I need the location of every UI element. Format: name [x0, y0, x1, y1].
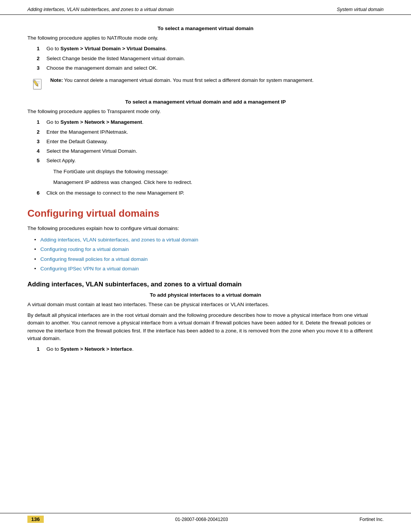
subsection-step1-list: 1 Go to System > Network > Interface.: [27, 345, 384, 353]
subsection-para1: A virtual domain must contain at least t…: [27, 301, 384, 308]
page-number: 136: [27, 516, 44, 523]
section2-intro: The following procedure applies to Trans…: [27, 108, 384, 115]
list-item: 3 Choose the management domain and selec…: [27, 64, 384, 72]
chapter-title: Configuring virtual domains: [27, 208, 384, 219]
list-item: Configuring IPSec VPN for a virtual doma…: [34, 265, 384, 273]
list-item: 4 Select the Management Virtual Domain.: [27, 147, 384, 155]
section2-steps: 1 Go to System > Network > Management. 2…: [27, 118, 384, 165]
list-item: 5 Select Apply.: [27, 157, 384, 165]
list-item: 3 Enter the Default Gateway.: [27, 138, 384, 145]
list-item: 2 Select Change beside the listed Manage…: [27, 55, 384, 62]
link-configuring-routing[interactable]: Configuring routing for a virtual domain: [40, 246, 129, 252]
list-item: 2 Enter the Management IP/Netmask.: [27, 128, 384, 136]
section2-para2: Management IP address was changed. Click…: [53, 179, 384, 186]
note-text: Note: You cannot delete a management vir…: [50, 77, 314, 84]
pencil-note-icon: [30, 77, 45, 92]
section2-heading: To select a management virtual domain an…: [27, 99, 384, 105]
subsection-title: Adding interfaces, VLAN subinterfaces, a…: [27, 281, 384, 288]
page: Adding interfaces, VLAN subinterfaces, a…: [0, 0, 411, 532]
link-configuring-ipsec[interactable]: Configuring IPSec VPN for a virtual doma…: [40, 266, 139, 272]
subsection-para2: By default all physical interfaces are i…: [27, 312, 384, 342]
note-content: You cannot delete a management virtual d…: [64, 77, 314, 83]
list-item: 6 Click on the message to connect to the…: [27, 189, 384, 197]
procedure-heading: To add physical interfaces to a virtual …: [27, 292, 384, 298]
section2-para1: The FortiGate unit displays the followin…: [53, 168, 384, 176]
s2-step1-bold: System > Network > Management: [61, 119, 142, 125]
section1-intro: The following procedure applies to NAT/R…: [27, 34, 384, 42]
header-right: System virtual domain: [337, 7, 384, 12]
company-name: Fortinet Inc.: [360, 517, 384, 522]
page-header: Adding interfaces, VLAN subinterfaces, a…: [0, 0, 411, 15]
step1-bold: System > Virtual Domain > Virtual Domain…: [61, 46, 166, 51]
list-item: 1 Go to System > Virtual Domain > Virtua…: [27, 45, 384, 53]
page-footer: 136 01-28007-0068-20041203 Fortinet Inc.: [0, 513, 411, 523]
sub-step1-bold: System > Network > Interface: [61, 346, 132, 352]
chapter-links-list: Adding interfaces, VLAN subinterfaces, a…: [34, 236, 384, 273]
header-left: Adding interfaces, VLAN subinterfaces, a…: [27, 7, 174, 12]
list-item: 1 Go to System > Network > Interface.: [27, 345, 384, 353]
section1-heading: To select a management virtual domain: [27, 26, 384, 31]
link-adding-interfaces[interactable]: Adding interfaces, VLAN subinterfaces, a…: [40, 237, 198, 243]
section1-steps: 1 Go to System > Virtual Domain > Virtua…: [27, 45, 384, 72]
list-item: Configuring routing for a virtual domain: [34, 245, 384, 254]
doc-id: 01-28007-0068-20041203: [175, 517, 228, 522]
chapter-intro: The following procedures explain how to …: [27, 225, 384, 232]
note-icon: [30, 77, 45, 93]
note-box: Note: You cannot delete a management vir…: [27, 77, 384, 93]
list-item: Configuring firewall policies for a virt…: [34, 255, 384, 264]
list-item: 1 Go to System > Network > Management.: [27, 118, 384, 126]
list-item: Adding interfaces, VLAN subinterfaces, a…: [34, 236, 384, 244]
main-content: To select a management virtual domain Th…: [0, 15, 411, 353]
link-configuring-firewall[interactable]: Configuring firewall policies for a virt…: [40, 256, 148, 262]
note-label: Note:: [50, 77, 63, 83]
section2-step6-list: 6 Click on the message to connect to the…: [27, 189, 384, 197]
